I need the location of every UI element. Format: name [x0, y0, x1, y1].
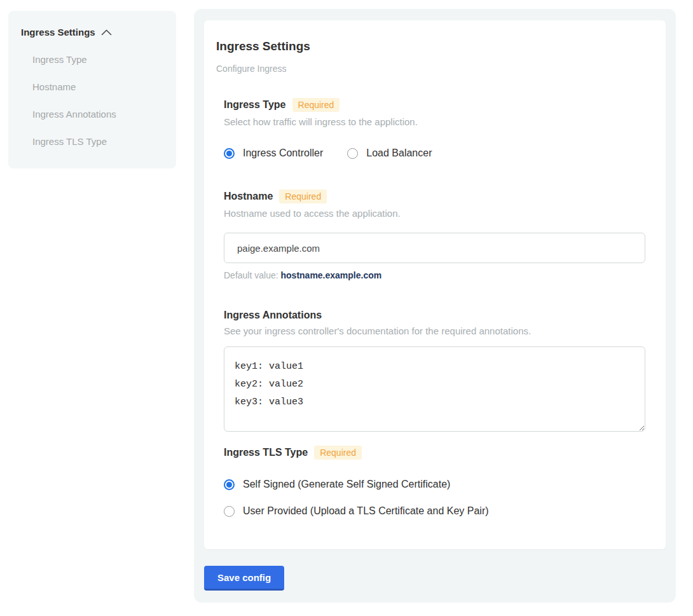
- radio-icon: [224, 506, 235, 517]
- required-badge: Required: [279, 189, 327, 203]
- required-badge: Required: [314, 446, 362, 460]
- required-badge: Required: [292, 98, 340, 112]
- hostname-label: Hostname: [224, 191, 273, 202]
- settings-sidebar: Ingress Settings Ingress Type Hostname I…: [8, 11, 176, 168]
- ingress-type-label: Ingress Type: [224, 99, 286, 111]
- sidebar-group-label: Ingress Settings: [21, 27, 95, 38]
- default-value-prefix: Default value:: [224, 270, 281, 280]
- ingress-settings-card: Ingress Settings Configure Ingress Ingre…: [204, 20, 666, 549]
- ingress-type-help: Select how traffic will ingress to the a…: [224, 116, 645, 127]
- tls-label-row: Ingress TLS Type Required: [224, 446, 645, 460]
- radio-user-provided[interactable]: User Provided (Upload a TLS Certificate …: [224, 505, 645, 517]
- radio-self-signed[interactable]: Self Signed (Generate Self Signed Certif…: [224, 479, 645, 490]
- radio-ingress-controller[interactable]: Ingress Controller: [224, 147, 323, 159]
- sidebar-group-ingress-settings[interactable]: Ingress Settings: [21, 27, 163, 38]
- radio-label: User Provided (Upload a TLS Certificate …: [243, 505, 489, 517]
- ingress-type-radio-group: Ingress Controller Load Balancer: [224, 147, 645, 159]
- sidebar-item-ingress-annotations[interactable]: Ingress Annotations: [32, 109, 163, 120]
- annotations-label: Ingress Annotations: [224, 310, 322, 321]
- radio-label: Load Balancer: [366, 147, 432, 159]
- default-value-link[interactable]: hostname.example.com: [281, 270, 382, 280]
- sidebar-item-ingress-tls-type[interactable]: Ingress TLS Type: [32, 136, 163, 147]
- annotations-label-row: Ingress Annotations: [224, 310, 645, 321]
- radio-load-balancer[interactable]: Load Balancer: [347, 147, 432, 159]
- chevron-up-icon: [101, 29, 112, 36]
- hostname-help: Hostname used to access the application.: [224, 208, 645, 219]
- page-subtitle: Configure Ingress: [216, 64, 645, 74]
- hostname-input[interactable]: [224, 233, 645, 263]
- config-panel: Ingress Settings Configure Ingress Ingre…: [194, 9, 676, 603]
- form-sections: Ingress Type Required Select how traffic…: [224, 98, 645, 517]
- radio-label: Ingress Controller: [243, 147, 323, 159]
- radio-icon: [347, 148, 358, 159]
- section-ingress-tls-type: Ingress TLS Type Required Self Signed (G…: [224, 446, 645, 517]
- section-ingress-annotations: Ingress Annotations See your ingress con…: [224, 310, 645, 432]
- hostname-label-row: Hostname Required: [224, 189, 645, 203]
- annotations-textarea[interactable]: key1: value1 key2: value2 key3: value3: [224, 346, 645, 432]
- annotations-help: See your ingress controller's documentat…: [224, 325, 645, 336]
- tls-radio-group: Self Signed (Generate Self Signed Certif…: [224, 479, 645, 517]
- tls-label: Ingress TLS Type: [224, 447, 308, 458]
- section-ingress-type: Ingress Type Required Select how traffic…: [224, 98, 645, 159]
- radio-icon: [224, 479, 235, 490]
- radio-label: Self Signed (Generate Self Signed Certif…: [243, 479, 450, 490]
- sidebar-item-ingress-type[interactable]: Ingress Type: [32, 54, 163, 65]
- page-title: Ingress Settings: [216, 39, 645, 53]
- radio-icon: [224, 148, 235, 159]
- save-config-button[interactable]: Save config: [204, 566, 284, 591]
- section-hostname: Hostname Required Hostname used to acces…: [224, 189, 645, 280]
- hostname-default-line: Default value: hostname.example.com: [224, 270, 645, 280]
- ingress-type-label-row: Ingress Type Required: [224, 98, 645, 112]
- sidebar-item-hostname[interactable]: Hostname: [32, 81, 163, 92]
